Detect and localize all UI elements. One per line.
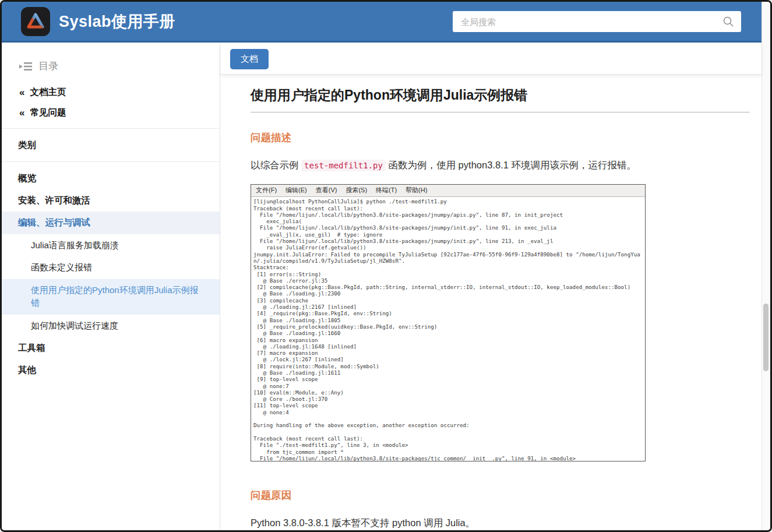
sidebar-divider: [2, 161, 220, 162]
sidebar-item-toolbox[interactable]: 工具箱: [2, 337, 220, 359]
sidebar-item-other[interactable]: 其他: [2, 359, 220, 381]
sidebar-subitem-speed-up-debug[interactable]: 如何加快调试运行速度: [2, 315, 220, 337]
tab-bar: 文档: [220, 44, 762, 75]
section-heading-problem-cause: 问题原因: [251, 488, 750, 502]
sidebar-divider: [2, 128, 220, 129]
search-input[interactable]: [453, 11, 741, 32]
sidebar-subitem-julia-crash[interactable]: Julia语言服务加载崩溃: [2, 234, 220, 257]
collapse-toc-icon: [19, 62, 32, 71]
syslab-triangle-icon: [26, 12, 45, 31]
article-content: 使用用户指定的Python环境调用Julia示例报错 问题描述 以综合示例 te…: [220, 75, 762, 530]
terminal-menu-search: 搜索(S): [346, 186, 367, 195]
terminal-menu-help: 帮助(H): [406, 186, 427, 195]
back-link-faq[interactable]: « 常见问题: [2, 103, 220, 123]
back-link-label: 文档主页: [30, 86, 66, 98]
sidebar-item-category[interactable]: 类别: [2, 134, 220, 156]
example-filename-code: test-medfilt1.py: [301, 160, 386, 171]
terminal-screenshot: 文件(F) 编辑(E) 查看(V) 搜索(S) 终端(T) 帮助(H) [lij…: [251, 184, 646, 461]
app-logo-icon: [21, 7, 50, 36]
sidebar-item-edit-run-debug[interactable]: 编辑、运行与调试: [2, 212, 220, 234]
problem-desc-paragraph: 以综合示例 test-medfilt1.py 函数为例，使用 python3.8…: [251, 158, 750, 171]
main-panel: 文档 使用用户指定的Python环境调用Julia示例报错 问题描述 以综合示例…: [220, 44, 762, 530]
terminal-menubar: 文件(F) 编辑(E) 查看(V) 搜索(S) 终端(T) 帮助(H): [251, 185, 645, 197]
vertical-scrollbar-track[interactable]: [762, 2, 770, 530]
back-arrows-icon: «: [19, 107, 24, 119]
tab-document[interactable]: 文档: [230, 49, 269, 69]
terminal-menu-terminal: 终端(T): [376, 186, 397, 195]
sidebar-subitem-func-undefined[interactable]: 函数未定义报错: [2, 256, 220, 279]
app-window: Syslab使用手册 目录 « 文档主页: [0, 0, 772, 532]
section-heading-problem-desc: 问题描述: [251, 131, 750, 145]
terminal-menu-file: 文件(F): [256, 186, 277, 195]
problem-cause-paragraph: Python 3.8.0-3.8.1 版本暂不支持 python 调用 Juli…: [251, 516, 750, 529]
app-header: Syslab使用手册: [2, 2, 762, 43]
desc-text-before: 以综合示例: [251, 160, 301, 170]
app-title: Syslab使用手册: [59, 11, 175, 32]
sidebar-item-install[interactable]: 安装、许可和激活: [2, 189, 220, 212]
page-title: 使用用户指定的Python环境调用Julia示例报错: [251, 86, 750, 104]
sidebar-subitem-python-call-julia[interactable]: 使用用户指定的Python环境调用Julia示例报错: [2, 279, 220, 315]
title-rule: [251, 112, 750, 112]
global-search: [453, 11, 741, 32]
terminal-menu-view: 查看(V): [316, 186, 337, 195]
terminal-traceback-output: [lijun@localhost PythonCallJulia]$ pytho…: [251, 197, 645, 461]
vertical-scrollbar-thumb[interactable]: [763, 304, 769, 371]
sidebar-item-overview[interactable]: 概览: [2, 167, 220, 189]
toc-label: 目录: [38, 59, 58, 73]
terminal-menu-edit: 编辑(E): [285, 186, 307, 195]
back-link-label: 常见问题: [30, 107, 66, 119]
back-arrows-icon: «: [19, 87, 24, 98]
desc-text-after: 函数为例，使用 python3.8.1 环境调用该示例，运行报错。: [386, 160, 636, 170]
sidebar: 目录 « 文档主页 « 常见问题 类别 概览 安装、许可和激活 编辑、运行与调试…: [2, 44, 220, 530]
search-icon[interactable]: [722, 16, 734, 27]
toc-header[interactable]: 目录: [2, 50, 220, 82]
body-row: 目录 « 文档主页 « 常见问题 类别 概览 安装、许可和激活 编辑、运行与调试…: [2, 44, 762, 530]
back-link-doc-home[interactable]: « 文档主页: [2, 82, 220, 103]
